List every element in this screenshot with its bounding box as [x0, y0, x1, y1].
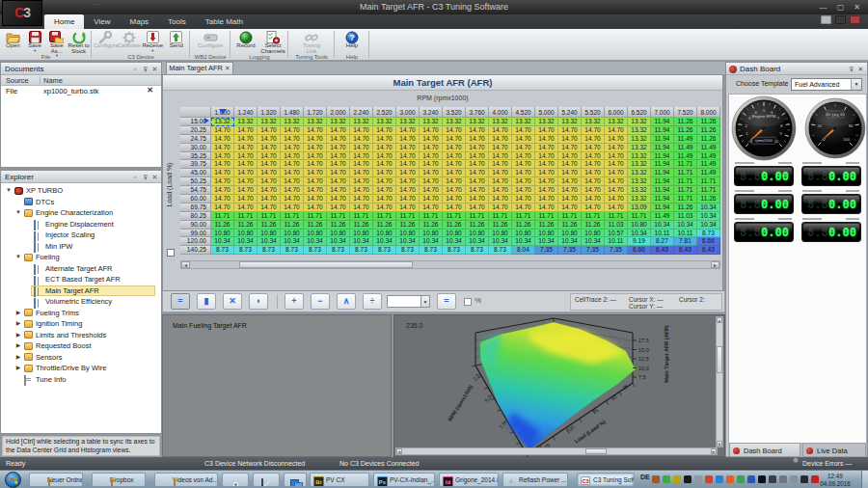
- table-cell[interactable]: 7.35: [535, 246, 558, 255]
- table-cell[interactable]: 7.35: [605, 246, 628, 255]
- table-cell[interactable]: 14.70: [258, 186, 281, 195]
- scroll-thumb[interactable]: [717, 346, 722, 373]
- table-cell[interactable]: 13.32: [420, 118, 443, 126]
- taskbar-button-grigone-2014-i-[interactable]: IdGrigone_2014.i...: [439, 473, 499, 487]
- row-header[interactable]: 45.00: [180, 169, 211, 177]
- table-cell[interactable]: 10.80: [281, 230, 304, 238]
- table-cell[interactable]: 13.32: [466, 118, 489, 126]
- table-cell[interactable]: 14.70: [396, 169, 420, 177]
- table-cell[interactable]: 14.70: [443, 126, 466, 135]
- table-cell[interactable]: 14.70: [512, 144, 535, 152]
- table-cell[interactable]: 14.70: [535, 126, 558, 135]
- table-cell[interactable]: 14.70: [211, 203, 234, 212]
- table-cell[interactable]: 10.34: [396, 237, 420, 246]
- pin-icon[interactable]: ⊽: [142, 174, 149, 180]
- apply-button[interactable]: =: [437, 293, 456, 310]
- table-cell[interactable]: 14.70: [396, 126, 420, 135]
- table-cell[interactable]: 14.70: [582, 195, 605, 203]
- table-cell[interactable]: 14.70: [443, 177, 466, 186]
- table-cell[interactable]: 11.71: [443, 212, 466, 221]
- table-cell[interactable]: 10.34: [304, 237, 327, 246]
- table-cell[interactable]: 14.70: [489, 203, 512, 212]
- row-header[interactable]: 80.25: [180, 212, 211, 221]
- set-equal-button[interactable]: =: [171, 293, 190, 310]
- table-cell[interactable]: 13.32: [258, 118, 281, 126]
- table-cell[interactable]: 14.70: [535, 135, 558, 144]
- tree-item-tune-info[interactable]: Tune Info: [1, 374, 161, 386]
- table-cell[interactable]: 11.26: [258, 221, 281, 230]
- table-cell[interactable]: 14.70: [489, 169, 512, 177]
- tree-item-requested-boost[interactable]: ▶Requested Boost: [1, 340, 161, 352]
- table-cell[interactable]: 14.70: [466, 169, 489, 177]
- taskbar-button-neuer-ordner[interactable]: Neuer Ordner: [29, 473, 83, 487]
- table-cell[interactable]: 11.26: [674, 203, 697, 212]
- table-cell[interactable]: 8.73: [443, 246, 466, 255]
- table-cell[interactable]: 14.70: [396, 144, 420, 152]
- column-header[interactable]: 6.520: [628, 107, 651, 118]
- table-cell[interactable]: 13.32: [211, 118, 234, 126]
- table-cell[interactable]: 14.70: [396, 177, 420, 186]
- table-cell[interactable]: 13.32: [512, 118, 535, 126]
- table-cell[interactable]: 13.32: [443, 118, 466, 126]
- tree-item-volumetric-efficiency[interactable]: Volumetric Efficiency: [1, 296, 161, 308]
- value-input[interactable]: [387, 295, 421, 308]
- tray-icon-11[interactable]: [758, 475, 766, 483]
- table-cell[interactable]: 14.70: [396, 160, 420, 169]
- scroll-right-icon[interactable]: ►: [711, 448, 717, 454]
- table-cell[interactable]: 14.70: [512, 177, 535, 186]
- table-cell[interactable]: 13.32: [628, 152, 651, 161]
- table-cell[interactable]: 10.80: [443, 230, 466, 238]
- tree-item-xp-turbo[interactable]: ▼XP TURBO: [1, 185, 161, 197]
- expander-open-icon[interactable]: ▼: [14, 252, 22, 263]
- row-header[interactable]: 50.25: [180, 177, 211, 186]
- table-corner-icon[interactable]: [167, 249, 175, 257]
- tray-icon-3[interactable]: [673, 475, 681, 483]
- table-cell[interactable]: 14.70: [373, 186, 396, 195]
- table-cell[interactable]: 14.70: [420, 144, 443, 152]
- table-cell[interactable]: 11.94: [651, 177, 674, 186]
- table-cell[interactable]: 14.70: [582, 152, 605, 161]
- column-header[interactable]: 4.000: [489, 107, 512, 118]
- table-cell[interactable]: 11.94: [651, 118, 674, 126]
- table-cell[interactable]: 14.70: [443, 203, 466, 212]
- taskbar-button-dropbox[interactable]: Dropbox: [92, 473, 146, 487]
- table-cell[interactable]: 14.70: [512, 152, 535, 161]
- table-cell[interactable]: 10.80: [582, 230, 605, 238]
- table-cell[interactable]: 14.70: [211, 160, 234, 169]
- table-cell[interactable]: 14.70: [327, 144, 350, 152]
- row-header[interactable]: 140.25: [180, 246, 211, 255]
- add-button[interactable]: +: [285, 293, 304, 310]
- table-cell[interactable]: 13.32: [628, 169, 651, 177]
- table-cell[interactable]: 14.70: [234, 126, 258, 135]
- tree-item-fueling-trims[interactable]: ▶Fueling Trims: [1, 308, 161, 319]
- table-cell[interactable]: 14.70: [582, 135, 605, 144]
- table-cell[interactable]: 9.19: [628, 237, 651, 246]
- table-cell[interactable]: 14.70: [258, 126, 281, 135]
- table-cell[interactable]: 11.71: [674, 195, 697, 203]
- table-cell[interactable]: 14.70: [420, 195, 443, 203]
- table-cell[interactable]: 10.34: [558, 237, 582, 246]
- table-cell[interactable]: 14.70: [373, 126, 396, 135]
- table-cell[interactable]: 14.70: [373, 144, 396, 152]
- column-header[interactable]: 2.520: [373, 107, 396, 118]
- table-cell[interactable]: 14.70: [396, 195, 420, 203]
- tree-item-engine-displacement[interactable]: Engine Displacement: [1, 219, 161, 230]
- tree-item-ignition-timing[interactable]: ▶Ignition Timing: [1, 318, 161, 330]
- table-cell[interactable]: 14.70: [558, 135, 582, 144]
- table-cell[interactable]: 13.32: [558, 118, 582, 126]
- table-cell[interactable]: 10.11: [674, 230, 697, 238]
- pin-icon[interactable]: ⊽: [142, 66, 149, 72]
- table-cell[interactable]: 14.70: [234, 203, 258, 212]
- table-cell[interactable]: 14.70: [605, 203, 628, 212]
- table-cell[interactable]: 14.70: [605, 126, 628, 135]
- table-cell[interactable]: 14.70: [582, 160, 605, 169]
- table-cell[interactable]: 8.73: [281, 246, 304, 255]
- titlebar-mini-icons[interactable]: [821, 15, 860, 24]
- table-cell[interactable]: 14.70: [582, 144, 605, 152]
- table-cell[interactable]: 11.26: [674, 118, 697, 126]
- table-cell[interactable]: 11.71: [558, 212, 582, 221]
- table-cell[interactable]: 14.70: [304, 160, 327, 169]
- tree-item-ect-based-target-afr[interactable]: ECT Based Target AFR: [1, 274, 161, 285]
- scroll-left-icon[interactable]: ◄: [396, 448, 402, 454]
- column-header[interactable]: 5.240: [558, 107, 582, 118]
